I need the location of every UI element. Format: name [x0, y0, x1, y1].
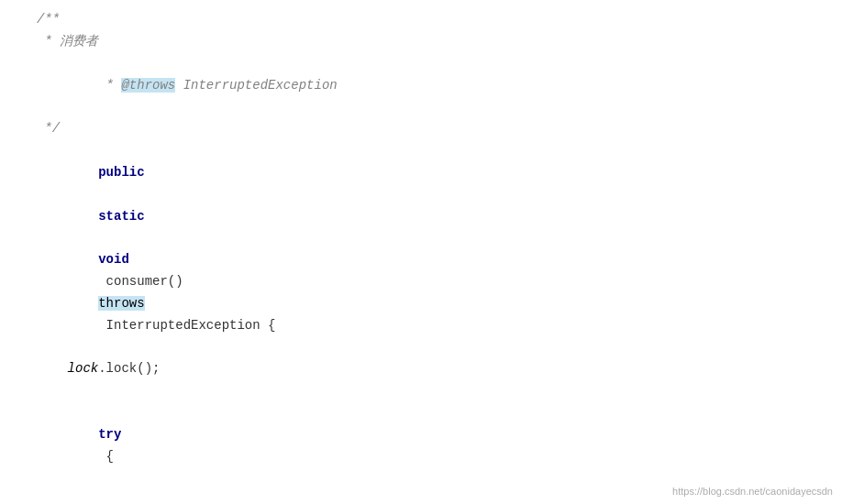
space2	[98, 231, 105, 246]
comment-open: /**	[37, 9, 60, 31]
code-editor: /** * 消费者 * @throws InterruptedException…	[0, 0, 842, 504]
exception-name: InterruptedException {	[98, 318, 275, 333]
line-4: */	[37, 118, 824, 140]
comment-close: */	[37, 118, 60, 140]
comment-consumer: * 消费者	[37, 31, 98, 53]
try-brace: {	[98, 449, 114, 464]
keyword-public: public	[98, 165, 144, 180]
line-7: try {	[37, 380, 824, 489]
comment-star: *	[98, 78, 121, 93]
line-3: * @throws InterruptedException	[37, 53, 824, 118]
line-2: * 消费者	[37, 31, 824, 53]
throws-keyword: throws	[98, 296, 144, 311]
try-block: try {	[37, 380, 129, 489]
blank-line	[37, 489, 44, 504]
keyword-try: try	[98, 427, 121, 442]
line-5: public static void consumer() throws Int…	[37, 140, 824, 358]
method-signature: public static void consumer() throws Int…	[37, 140, 275, 358]
comment-throws-line: * @throws InterruptedException	[37, 53, 338, 118]
method-name: consumer()	[98, 274, 191, 289]
line-1: /**	[37, 9, 824, 31]
space1	[98, 187, 114, 202]
indent	[98, 405, 129, 420]
lock-call: lock.lock();	[37, 358, 160, 380]
throws-tag: @throws	[121, 78, 175, 93]
code-content: /** * 消费者 * @throws InterruptedException…	[0, 0, 842, 504]
throws-exception: InterruptedException	[175, 78, 337, 93]
line-6: lock.lock();	[37, 358, 824, 380]
keyword-static: static	[98, 209, 144, 224]
watermark: https://blog.csdn.net/caonidayecsdn	[672, 486, 833, 497]
keyword-void: void	[98, 252, 129, 267]
